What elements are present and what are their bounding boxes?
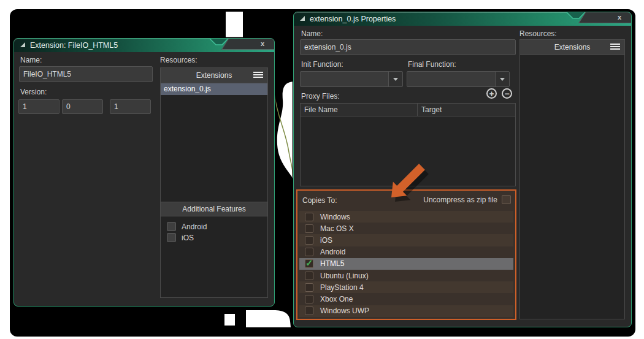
extension-window-titlebar[interactable]: Extension: FileIO_HTML5 x <box>14 39 274 52</box>
proxy-files-label: Proxy Files: <box>301 92 340 101</box>
resources-panel-header[interactable]: Extensions <box>161 68 267 83</box>
resources-list <box>520 55 624 319</box>
properties-window-titlebar[interactable]: extension_0.js Properties x <box>294 12 631 26</box>
target-checkbox[interactable] <box>305 283 313 292</box>
feature-checkbox[interactable] <box>167 222 176 231</box>
copies-target-row[interactable]: iOS <box>299 234 513 246</box>
target-checkbox[interactable] <box>305 224 313 233</box>
chevron-down-icon <box>393 78 398 81</box>
feature-row: Android <box>167 222 267 231</box>
version-label: Version: <box>20 88 47 96</box>
workspace: { "icons": {"check": "✓", "plus": "+", "… <box>0 0 644 339</box>
highlight-arrow-icon <box>384 163 429 204</box>
additional-features-header[interactable]: Additional Features <box>161 202 267 216</box>
name-input[interactable]: extension_0.js <box>300 39 516 55</box>
copies-target-label: Ubuntu (Linux) <box>320 272 369 280</box>
version-minor-input[interactable]: 0 <box>62 99 103 114</box>
final-function-value <box>407 72 495 86</box>
copies-target-label: Android <box>320 248 345 256</box>
close-button[interactable]: x <box>618 14 621 21</box>
add-proxy-button[interactable]: + <box>486 88 497 99</box>
target-checkbox[interactable] <box>305 213 313 221</box>
feature-checkbox[interactable] <box>167 233 176 242</box>
close-tab <box>578 12 631 23</box>
resources-label: Resources: <box>519 29 557 38</box>
feature-row: iOS <box>167 233 267 242</box>
dropdown-button[interactable] <box>388 72 402 86</box>
menu-icon[interactable] <box>253 72 263 79</box>
properties-window[interactable]: extension_0.js Properties x Name: extens… <box>293 12 632 327</box>
extension-window[interactable]: Extension: FileIO_HTML5 x Name: FileIO_H… <box>13 38 275 307</box>
final-function-select[interactable] <box>407 71 510 87</box>
resources-panel: Extensions <box>519 39 625 319</box>
copies-target-label: Mac OS X <box>320 224 354 233</box>
version-patch-input[interactable]: 1 <box>110 99 151 114</box>
name-label: Name: <box>301 29 323 38</box>
copies-target-label: Windows <box>320 213 350 221</box>
copies-to-list: WindowsMac OS XiOSAndroid✓HTML5Ubuntu (L… <box>299 211 513 316</box>
window-title: extension_0.js Properties <box>310 15 396 23</box>
copies-target-row[interactable]: PlayStation 4 <box>299 281 513 293</box>
uncompress-checkbox[interactable] <box>502 195 511 204</box>
copies-target-row[interactable]: Xbox One <box>299 293 513 305</box>
copies-target-label: HTML5 <box>320 259 344 268</box>
close-tab <box>221 39 274 50</box>
feature-label: iOS <box>182 234 194 242</box>
remove-proxy-button[interactable]: − <box>502 88 512 99</box>
feature-label: Android <box>182 223 207 231</box>
target-checkbox[interactable] <box>305 307 313 315</box>
copies-target-row[interactable]: Mac OS X <box>299 223 513 234</box>
column-target[interactable]: Target <box>418 105 515 114</box>
check-icon: ✓ <box>305 257 313 269</box>
copies-target-label: Windows UWP <box>320 307 369 315</box>
target-checkbox[interactable] <box>305 272 313 280</box>
resources-list: extension_0.js <box>161 83 267 202</box>
menu-icon[interactable] <box>610 44 620 51</box>
proxy-table-header: File Name Target <box>301 104 515 116</box>
dropdown-button[interactable] <box>495 72 509 86</box>
target-checkbox[interactable] <box>305 295 313 303</box>
uncompress-option: Uncompress as zip file <box>423 195 511 204</box>
final-function-label: Final Function: <box>408 60 456 69</box>
resources-panel-header[interactable]: Extensions <box>520 40 624 55</box>
name-input[interactable]: FileIO_HTML5 <box>19 66 153 82</box>
copies-target-row[interactable]: Windows <box>299 211 513 223</box>
chevron-down-icon <box>500 78 505 81</box>
init-function-select[interactable] <box>300 71 403 87</box>
copies-target-row[interactable]: Android <box>299 246 513 258</box>
window-title: Extension: FileIO_HTML5 <box>30 41 118 50</box>
version-major-input[interactable]: 1 <box>18 99 59 114</box>
collapse-icon[interactable] <box>20 42 25 47</box>
uncompress-label: Uncompress as zip file <box>423 196 497 204</box>
additional-features-list: AndroidiOS <box>161 216 267 297</box>
copies-target-row[interactable]: Windows UWP <box>299 305 513 317</box>
copies-target-label: PlayStation 4 <box>320 283 364 292</box>
copies-target-label: iOS <box>320 236 332 245</box>
target-checkbox[interactable]: ✓ <box>305 259 313 268</box>
copies-target-label: Xbox One <box>320 295 353 303</box>
copies-target-row[interactable]: ✓HTML5 <box>299 258 513 270</box>
resources-header-label: Extensions <box>196 71 232 80</box>
name-label: Name: <box>20 56 42 64</box>
resources-panel: Extensions extension_0.js Additional Fea… <box>160 67 268 298</box>
collapse-icon[interactable] <box>300 16 305 21</box>
resource-item[interactable]: extension_0.js <box>161 83 267 95</box>
resources-header-label: Extensions <box>554 43 591 51</box>
init-function-value <box>301 72 388 86</box>
target-checkbox[interactable] <box>305 248 313 256</box>
target-checkbox[interactable] <box>305 236 313 245</box>
copies-to-label: Copies To: <box>302 196 337 205</box>
column-file-name[interactable]: File Name <box>301 104 418 116</box>
copies-target-row[interactable]: Ubuntu (Linux) <box>299 270 513 281</box>
init-function-label: Init Function: <box>301 60 343 69</box>
copies-to-section: Copies To: Uncompress as zip file Window… <box>296 189 516 320</box>
close-button[interactable]: x <box>261 40 264 47</box>
resources-label: Resources: <box>160 56 197 64</box>
